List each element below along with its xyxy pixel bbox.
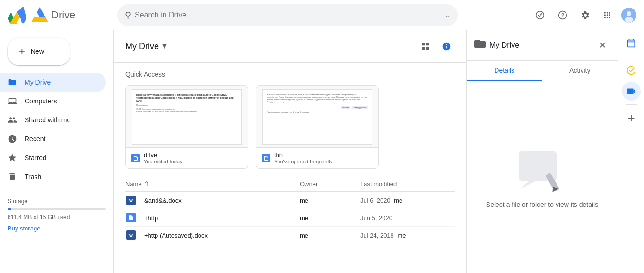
detail-illustration	[514, 146, 571, 193]
new-plus-icon: +	[19, 45, 25, 58]
sidebar-item-starred-label: Starred	[25, 154, 46, 162]
sidebar-item-recent[interactable]: Recent	[0, 129, 106, 148]
word-file-icon-2: W	[126, 230, 136, 240]
column-modified-header: Last modified	[360, 180, 455, 188]
sidebar-item-my-drive[interactable]: My Drive	[0, 73, 106, 92]
quick-card-thn-content: Участвам в изготвянето и запознав доза, …	[262, 89, 372, 145]
gdoc-file-icon	[131, 154, 140, 162]
file-list-section: Name ⇧ Owner Last modified W &and&&.d	[114, 176, 466, 244]
file-icon-2	[125, 213, 137, 222]
storage-label: Storage	[8, 198, 106, 205]
sidebar-item-computers[interactable]: Computers	[0, 92, 106, 111]
main-layout: + New My Drive Computers	[0, 30, 644, 273]
quick-card-thn-name: thn	[274, 152, 332, 159]
check-circle-button[interactable]	[531, 6, 549, 25]
word-file-icon: W	[126, 196, 136, 205]
svg-point-8	[627, 11, 631, 16]
quick-card-drive[interactable]: Roles за услугата за съхранение и синхро…	[125, 85, 248, 169]
sidebar-item-trash-label: Trash	[25, 173, 41, 180]
column-name-label: Name	[125, 180, 142, 188]
trash-icon	[8, 172, 17, 181]
detail-panel-title: My Drive	[489, 41, 591, 50]
file-row-3[interactable]: W +http (Autosaved).docx me Jul 24, 2018…	[125, 227, 455, 244]
info-icon	[442, 42, 451, 51]
quick-card-thn[interactable]: Участвам в изготвянето и запознав доза, …	[256, 85, 379, 169]
sidebar-item-trash[interactable]: Trash	[0, 167, 106, 186]
sidebar-item-recent-label: Recent	[25, 135, 45, 143]
info-button[interactable]	[438, 38, 455, 55]
sidebar-item-starred[interactable]: Starred	[0, 148, 106, 167]
content-wrapper: My Drive ▼	[113, 30, 644, 273]
tasks-app-icon[interactable]	[622, 61, 641, 80]
quick-card-drive-preview: Roles за услугата за съхранение и синхро…	[126, 86, 248, 147]
sidebar-item-shared[interactable]: Shared with me	[0, 111, 106, 129]
storage-bar-fill	[8, 208, 11, 210]
recent-icon	[8, 134, 17, 144]
starred-icon	[8, 153, 17, 162]
drive-triangle-logo	[30, 7, 49, 23]
settings-button[interactable]	[576, 6, 595, 25]
storage-used-text: 611.4 MB of 15 GB used	[8, 214, 106, 221]
help-icon: ?	[558, 10, 567, 20]
file-modified-3: Jul 24, 2018 me	[360, 232, 455, 239]
rail-divider-1	[626, 57, 637, 57]
logo-wordmark: Drive	[30, 7, 75, 23]
content-title-dropdown[interactable]: My Drive ▼	[125, 42, 168, 51]
calendar-app-icon[interactable]	[622, 34, 641, 53]
file-modified-1: Jul 6, 2020 me	[360, 197, 455, 204]
detail-tab-activity[interactable]: Activity	[542, 61, 618, 81]
svg-marker-11	[521, 181, 535, 188]
avatar-image	[621, 8, 636, 23]
gdoc-file-icon-3	[126, 213, 136, 222]
quick-access-title: Quick Access	[125, 70, 455, 78]
search-chevron-icon[interactable]: ⌄	[444, 11, 450, 19]
search-icon: ⚲	[125, 10, 131, 20]
apps-button[interactable]	[599, 6, 618, 25]
help-button[interactable]: ?	[553, 6, 572, 25]
search-input[interactable]	[135, 11, 441, 19]
file-row-2[interactable]: +http me Jun 5, 2020	[125, 209, 455, 227]
file-modified-2: Jun 5, 2020	[360, 214, 455, 222]
add-app-icon[interactable]	[622, 109, 641, 128]
storage-section: Storage 611.4 MB of 15 GB used Buy stora…	[0, 194, 113, 236]
content-header: My Drive ▼	[114, 30, 466, 63]
sidebar-item-computers-label: Computers	[25, 97, 57, 105]
svg-point-9	[625, 17, 633, 23]
detail-close-button[interactable]: ✕	[595, 38, 610, 53]
topbar-right: ?	[531, 6, 636, 25]
content-header-actions	[417, 38, 455, 55]
avatar[interactable]	[621, 8, 636, 23]
sidebar-divider	[8, 190, 106, 190]
column-name-header[interactable]: Name ⇧	[125, 180, 296, 188]
grid-view-button[interactable]	[417, 38, 434, 55]
file-list-header: Name ⇧ Owner Last modified	[125, 176, 455, 192]
quick-access-section: Quick Access Roles за услугата за съхран…	[114, 63, 466, 176]
detail-panel-header: My Drive ✕	[467, 30, 618, 61]
check-circle-icon	[535, 10, 545, 20]
svg-marker-3	[31, 17, 48, 22]
detail-message: Select a file or folder to view its deta…	[486, 201, 598, 208]
file-owner-3: me	[300, 232, 357, 239]
meet-app-icon[interactable]	[622, 82, 641, 101]
settings-icon	[581, 10, 590, 20]
sort-icon: ⇧	[144, 180, 149, 188]
new-button-label: New	[31, 48, 44, 55]
content-area: My Drive ▼	[113, 30, 466, 273]
app-name-label: Drive	[51, 9, 75, 21]
detail-tabs: Details Activity	[467, 61, 618, 81]
file-owner-1: me	[300, 197, 357, 204]
file-row-1[interactable]: W &and&&.docx me Jul 6, 2020 me	[125, 192, 455, 209]
detail-tab-details[interactable]: Details	[467, 61, 542, 81]
apps-icon	[603, 10, 613, 20]
detail-panel: My Drive ✕ Details Activity	[466, 30, 618, 273]
detail-content: Select a file or folder to view its deta…	[467, 81, 618, 273]
column-owner-label: Owner	[300, 180, 318, 188]
buy-storage-link[interactable]: Buy storage	[8, 225, 40, 232]
new-button[interactable]: + New	[8, 38, 70, 65]
sidebar-item-my-drive-label: My Drive	[25, 78, 51, 86]
file-name-2: +http	[140, 214, 296, 222]
detail-empty-illustration	[514, 146, 571, 193]
quick-access-cards: Roles за услугата за съхранение и синхро…	[125, 85, 455, 169]
search-bar[interactable]: ⚲ ⌄	[117, 4, 458, 26]
quick-card-drive-name: drive	[144, 152, 183, 159]
